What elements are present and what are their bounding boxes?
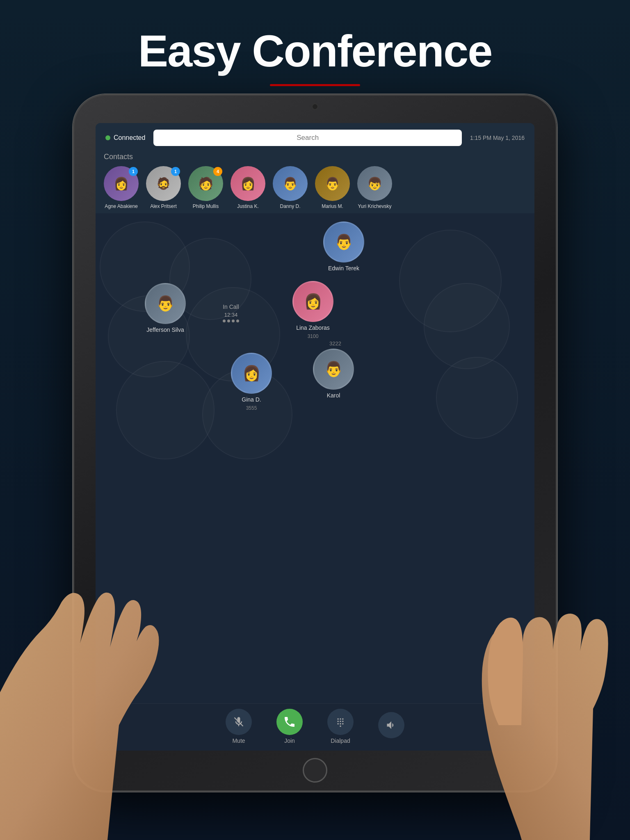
svg-point-3 [342,718,344,720]
connected-dot [105,135,110,140]
contacts-row: 👩 1 Agne Abakiene 🧔 1 [104,166,526,209]
connected-label: Connected [114,134,145,142]
join-button[interactable]: Join [276,709,303,744]
tablet-camera [312,103,318,110]
incall-label: In Call [223,304,239,310]
participant-lina[interactable]: 👩 Lina Zaboras 3100 [292,281,333,339]
svg-point-5 [340,721,341,722]
incall-time: 12:34 [224,312,238,318]
dot-1 [223,320,226,322]
dot-4 [236,320,239,322]
participant-avatar-edwin: 👨 [323,221,364,262]
contact-item-justina[interactable]: 👩 Justina K. [231,166,265,209]
contact-avatar-wrap-yuri: 👦 [357,166,392,201]
svg-point-10 [340,726,341,727]
bg-circle-6 [424,283,510,369]
page-title-section: Easy Conference [0,0,630,94]
contact-name-marius: Marius M. [322,203,343,209]
svg-point-1 [337,718,339,720]
participant-ext-gina: 3555 [246,405,257,411]
microphone-icon [233,716,244,728]
contact-avatar-wrap-alex: 🧔 1 [146,166,181,201]
search-input[interactable] [153,130,462,146]
contact-name-justina: Justina K. [237,203,259,209]
bottom-toolbar: Mute Join [96,703,534,751]
participant-avatar-jefferson: 👨 [145,283,186,324]
contact-name-danny: Danny D. [280,203,300,209]
contact-item-danny[interactable]: 👨 Danny D. [273,166,308,209]
incall-dots [223,320,239,322]
participant-name-lina: Lina Zaboras [296,324,330,331]
svg-point-6 [342,721,344,722]
speaker-button[interactable] [378,712,404,741]
participant-avatar-lina: 👩 [292,281,333,322]
dialpad-label: Dialpad [331,737,350,744]
contact-avatar-justina: 👩 [231,166,265,201]
join-label: Join [284,737,295,744]
svg-point-7 [337,723,339,725]
contact-badge-alex: 1 [171,167,180,176]
svg-point-4 [337,721,339,722]
contact-item-yuri[interactable]: 👦 Yuri Krichevsky [357,166,392,209]
join-button-circle [276,709,303,735]
dot-3 [232,320,235,322]
connection-status: Connected [105,134,145,142]
dot-2 [227,320,230,322]
speaker-button-circle [378,712,404,738]
contact-item-philip[interactable]: 🧑 4 Philip Mullis [188,166,223,209]
contact-badge-philip: 4 [213,167,222,176]
participant-name-karol: Karol [327,392,340,399]
conference-area: 👨 Edwin Terek 👨 Jefferson Silva In Call … [96,213,534,703]
contact-item-agne[interactable]: 👩 1 Agne Abakiene [104,166,139,209]
contact-badge-agne: 1 [129,167,138,176]
dialpad-button-circle [327,709,354,735]
bg-circle-9 [436,357,518,439]
contact-name-philip: Philip Mullis [193,203,219,209]
contacts-label: Contacts [104,153,526,161]
contact-avatar-wrap-danny: 👨 [273,166,308,201]
contact-item-alex[interactable]: 🧔 1 Alex Pritsert [146,166,181,209]
contacts-section: Contacts 👩 1 Agne Abakiene [96,153,534,213]
tablet-container: Connected 1:15 PM May 1, 2016 Contacts [73,94,557,792]
contact-avatar-wrap-marius: 👨 [315,166,350,201]
mute-label: Mute [232,737,245,744]
tablet-home-button[interactable] [303,758,327,783]
participant-avatar-karol: 👨 [313,349,354,390]
datetime-display: 1:15 PM May 1, 2016 [470,135,525,141]
participant-name-jefferson: Jefferson Silva [146,326,184,333]
contact-name-alex: Alex Pritsert [150,203,177,209]
participant-name-edwin: Edwin Terek [328,265,359,272]
participant-name-gina: Gina D. [242,396,261,403]
tablet-frame: Connected 1:15 PM May 1, 2016 Contacts [73,94,557,792]
title-underline [270,84,360,86]
contact-name-yuri: Yuri Krichevsky [358,203,391,209]
contact-avatar-wrap-justina: 👩 [231,166,265,201]
participant-jefferson[interactable]: 👨 Jefferson Silva [145,283,186,333]
participant-edwin[interactable]: 👨 Edwin Terek [323,221,364,272]
page-title: Easy Conference [0,25,630,77]
contact-avatar-marius: 👨 [315,166,350,201]
participant-gina[interactable]: 👩 Gina D. 3555 [231,353,272,411]
svg-point-8 [340,723,341,725]
svg-point-9 [342,723,344,725]
participant-ext-lina: 3100 [308,333,319,339]
phone-icon [283,715,296,728]
contact-avatar-danny: 👨 [273,166,308,201]
dialpad-icon [335,716,346,728]
incall-section: In Call 12:34 [223,304,239,322]
mute-button-circle [226,709,252,735]
contact-item-marius[interactable]: 👨 Marius M. [315,166,350,209]
participant-avatar-gina: 👩 [231,353,272,394]
contact-name-agne: Agne Abakiene [105,203,138,209]
participant-karol[interactable]: 👨 Karol [313,349,354,399]
tablet-screen: Connected 1:15 PM May 1, 2016 Contacts [96,123,534,751]
contact-avatar-wrap-philip: 🧑 4 [188,166,223,201]
speaker-icon [386,719,397,731]
app-content: Connected 1:15 PM May 1, 2016 Contacts [96,123,534,751]
dialpad-button[interactable]: Dialpad [327,709,354,744]
top-bar: Connected 1:15 PM May 1, 2016 [96,123,534,153]
page-background: Easy Conference Connected [0,0,630,840]
contact-avatar-wrap-agne: 👩 1 [104,166,139,201]
mute-button[interactable]: Mute [226,709,252,744]
bg-circle-7 [116,361,215,459]
